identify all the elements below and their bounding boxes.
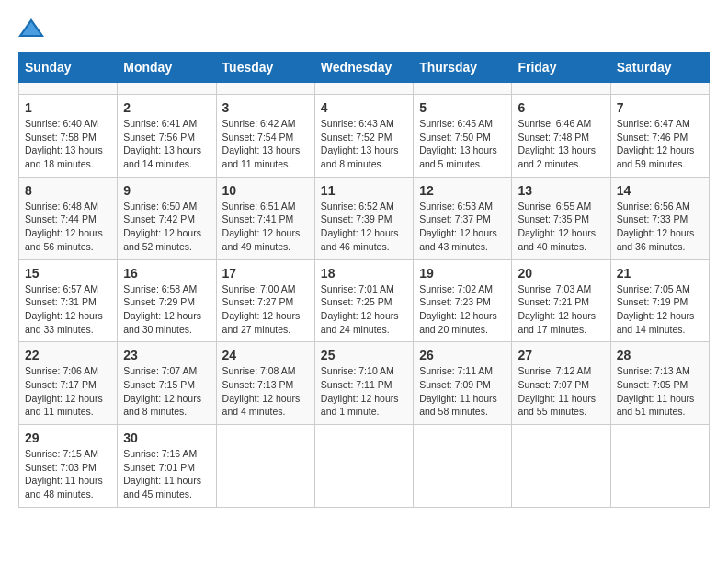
sunset: Sunset: 7:05 PM [617,379,688,390]
daylight: Daylight: 13 hours and 14 minutes. [123,144,201,169]
sunset: Sunset: 7:44 PM [25,213,97,224]
day-number: 3 [222,100,309,115]
sunset: Sunset: 7:58 PM [25,132,97,143]
day-number: 12 [419,183,506,198]
day-number: 13 [518,183,604,198]
sunrise: Sunrise: 7:11 AM [419,365,493,376]
sunrise: Sunrise: 6:56 AM [617,201,690,212]
day-number: 21 [617,266,703,281]
week-row-5: 22 Sunrise: 7:06 AM Sunset: 7:17 PM Dayl… [19,342,710,425]
calendar-cell: 8 Sunrise: 6:48 AM Sunset: 7:44 PM Dayli… [19,177,118,259]
day-number: 1 [25,100,111,115]
sunset: Sunset: 7:48 PM [518,132,589,143]
sunset: Sunset: 7:09 PM [419,379,491,390]
sunset: Sunset: 7:50 PM [419,132,491,143]
sunrise: Sunrise: 6:50 AM [123,201,197,212]
cell-detail: Sunrise: 7:08 AM Sunset: 7:13 PM Dayligh… [222,364,309,419]
daylight: Daylight: 13 hours and 11 minutes. [222,144,301,169]
daylight: Daylight: 12 hours and 30 minutes. [123,310,201,335]
daylight: Daylight: 11 hours and 58 minutes. [419,393,497,418]
calendar-cell: 9 Sunrise: 6:50 AM Sunset: 7:42 PM Dayli… [118,177,216,259]
calendar-cell: 25 Sunrise: 7:10 AM Sunset: 7:11 PM Dayl… [314,342,413,425]
cell-detail: Sunrise: 6:47 AM Sunset: 7:46 PM Dayligh… [617,117,703,171]
cell-detail: Sunrise: 6:50 AM Sunset: 7:42 PM Dayligh… [123,200,210,254]
sunset: Sunset: 7:23 PM [419,296,491,307]
daylight: Daylight: 12 hours and 4 minutes. [222,393,301,418]
sunrise: Sunrise: 7:15 AM [25,448,98,459]
daylight: Daylight: 11 hours and 51 minutes. [617,393,695,418]
cell-detail: Sunrise: 6:45 AM Sunset: 7:50 PM Dayligh… [419,117,506,171]
daylight: Daylight: 11 hours and 45 minutes. [123,475,201,500]
cell-detail: Sunrise: 6:42 AM Sunset: 7:54 PM Dayligh… [222,117,309,171]
cell-detail: Sunrise: 7:13 AM Sunset: 7:05 PM Dayligh… [617,364,703,419]
calendar-cell [610,83,709,95]
cell-detail: Sunrise: 7:03 AM Sunset: 7:21 PM Dayligh… [518,282,604,337]
sunrise: Sunrise: 7:05 AM [617,283,690,294]
daylight: Daylight: 12 hours and 11 minutes. [25,393,103,418]
calendar-cell: 27 Sunrise: 7:12 AM Sunset: 7:07 PM Dayl… [512,342,610,425]
sunset: Sunset: 7:29 PM [123,296,195,307]
day-number: 5 [419,100,506,115]
day-number: 4 [321,100,407,115]
daylight: Daylight: 12 hours and 14 minutes. [617,310,695,335]
sunset: Sunset: 7:31 PM [25,296,97,307]
sunrise: Sunrise: 6:42 AM [222,118,296,129]
calendar-cell [512,83,610,95]
cell-detail: Sunrise: 6:53 AM Sunset: 7:37 PM Dayligh… [419,200,506,254]
sunset: Sunset: 7:13 PM [222,379,294,390]
week-row-3: 8 Sunrise: 6:48 AM Sunset: 7:44 PM Dayli… [19,177,710,259]
daylight: Daylight: 12 hours and 33 minutes. [25,310,103,335]
logo-icon [18,18,44,37]
cell-detail: Sunrise: 6:51 AM Sunset: 7:41 PM Dayligh… [222,200,309,254]
calendar-cell: 30 Sunrise: 7:16 AM Sunset: 7:01 PM Dayl… [118,425,216,508]
sunset: Sunset: 7:11 PM [321,379,392,390]
sunrise: Sunrise: 7:12 AM [518,365,591,376]
sunset: Sunset: 7:39 PM [321,213,392,224]
calendar-cell: 2 Sunrise: 6:41 AM Sunset: 7:56 PM Dayli… [118,95,216,178]
daylight: Daylight: 12 hours and 17 minutes. [518,310,596,335]
day-number: 30 [123,431,210,445]
sunset: Sunset: 7:46 PM [617,132,688,143]
daylight: Daylight: 12 hours and 24 minutes. [321,310,399,335]
sunrise: Sunrise: 7:03 AM [518,283,591,294]
calendar-cell: 4 Sunrise: 6:43 AM Sunset: 7:52 PM Dayli… [314,95,413,178]
calendar-cell: 7 Sunrise: 6:47 AM Sunset: 7:46 PM Dayli… [610,95,709,178]
sunrise: Sunrise: 6:48 AM [25,201,98,212]
sunset: Sunset: 7:15 PM [123,379,195,390]
sunrise: Sunrise: 7:13 AM [617,365,690,376]
calendar-cell: 23 Sunrise: 7:07 AM Sunset: 7:15 PM Dayl… [118,342,216,425]
day-number: 14 [617,183,703,198]
day-number: 2 [123,100,210,115]
calendar-table: SundayMondayTuesdayWednesdayThursdayFrid… [18,52,710,508]
sunrise: Sunrise: 6:45 AM [419,118,493,129]
calendar-cell: 16 Sunrise: 6:58 AM Sunset: 7:29 PM Dayl… [118,259,216,342]
cell-detail: Sunrise: 7:10 AM Sunset: 7:11 PM Dayligh… [321,364,407,419]
calendar-cell: 1 Sunrise: 6:40 AM Sunset: 7:58 PM Dayli… [19,95,118,178]
day-number: 22 [25,348,111,362]
sunset: Sunset: 7:17 PM [25,379,97,390]
sunrise: Sunrise: 6:51 AM [222,201,296,212]
daylight: Daylight: 12 hours and 52 minutes. [123,227,201,252]
cell-detail: Sunrise: 6:43 AM Sunset: 7:52 PM Dayligh… [321,117,407,171]
day-number: 10 [222,183,309,198]
cell-detail: Sunrise: 6:41 AM Sunset: 7:56 PM Dayligh… [123,117,210,171]
week-row-1 [19,83,710,95]
day-number: 25 [321,348,407,362]
calendar-cell: 24 Sunrise: 7:08 AM Sunset: 7:13 PM Dayl… [216,342,314,425]
day-number: 9 [123,183,210,198]
daylight: Daylight: 11 hours and 48 minutes. [25,475,103,500]
day-number: 7 [617,100,703,115]
sunset: Sunset: 7:21 PM [518,296,589,307]
calendar-cell: 15 Sunrise: 6:57 AM Sunset: 7:31 PM Dayl… [19,259,118,342]
day-number: 28 [617,348,703,362]
header-row: SundayMondayTuesdayWednesdayThursdayFrid… [19,52,710,83]
day-number: 27 [518,348,604,362]
calendar-cell: 13 Sunrise: 6:55 AM Sunset: 7:35 PM Dayl… [512,177,610,259]
col-header-monday: Monday [118,52,216,83]
sunrise: Sunrise: 7:00 AM [222,283,296,294]
day-number: 16 [123,266,210,281]
daylight: Daylight: 12 hours and 46 minutes. [321,227,399,252]
col-header-friday: Friday [512,52,610,83]
cell-detail: Sunrise: 7:15 AM Sunset: 7:03 PM Dayligh… [25,447,111,501]
calendar-cell [19,83,118,95]
